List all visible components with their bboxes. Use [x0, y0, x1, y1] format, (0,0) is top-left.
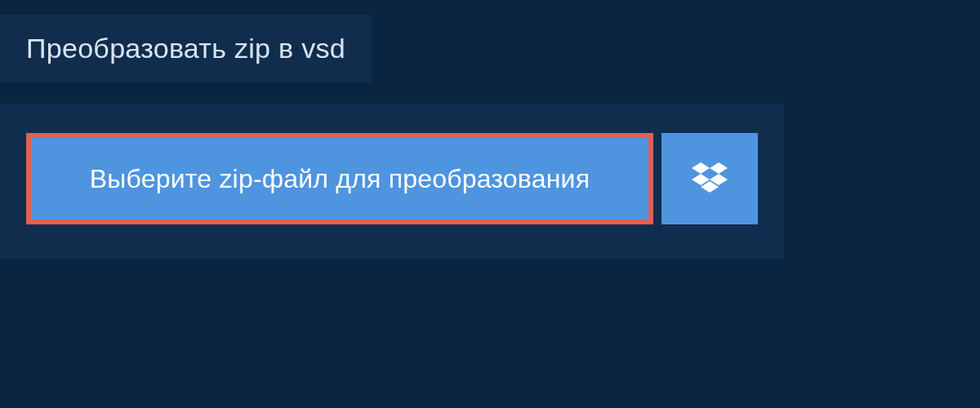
- dropbox-button[interactable]: [662, 133, 758, 224]
- dropbox-icon: [692, 162, 728, 195]
- page-title: Преобразовать zip в vsd: [26, 33, 345, 64]
- select-file-button[interactable]: Выберите zip-файл для преобразования: [26, 133, 653, 224]
- upload-button-row: Выберите zip-файл для преобразования: [26, 133, 758, 224]
- select-file-label: Выберите zip-файл для преобразования: [90, 164, 590, 194]
- page-title-tab: Преобразовать zip в vsd: [0, 15, 372, 82]
- upload-panel: Выберите zip-файл для преобразования: [0, 104, 784, 259]
